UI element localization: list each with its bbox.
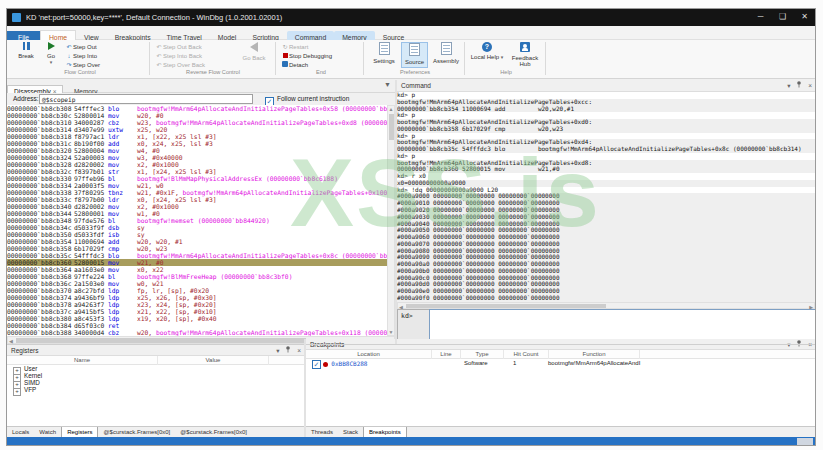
scroll-down-icon[interactable]: ▼: [388, 329, 394, 335]
pin-icon[interactable]: [285, 347, 291, 354]
disassembly-line[interactable]: 00000000`bb8cb33097ffeb96blbootmgfw!BlMm…: [7, 175, 387, 182]
registers-group-user[interactable]: +User: [7, 365, 304, 372]
disassembly-line[interactable]: 00000000`bb8cb380a8c453f3ldpx19, x20, [s…: [7, 315, 387, 322]
disassembly-line[interactable]: 00000000`bb8cb3342a0003f5movw21, w0: [7, 182, 387, 189]
instruction-opcode: 2a1503e0: [74, 280, 108, 287]
disassembly-line[interactable]: 00000000`bb8cb33cf8797b00ldrx0, [x24, x2…: [7, 196, 387, 203]
breakpoint-enabled-checkbox[interactable]: ✓: [312, 361, 321, 367]
instruction-opcode: aa1603e0: [74, 266, 108, 273]
disassembly-line[interactable]: 00000000`bb8cb37ca9415bf5ldpx21, x22, [s…: [7, 308, 387, 315]
minimize-button[interactable]: ─: [750, 9, 771, 26]
step-out-button[interactable]: ↶Step Out: [65, 43, 100, 52]
close-pane-icon[interactable]: ×: [808, 82, 812, 89]
address-input[interactable]: @$scopeip: [39, 94, 253, 104]
follow-label: Follow current instruction: [277, 93, 349, 105]
disassembly-vscrollbar[interactable]: ▲ ▼: [387, 105, 395, 336]
address-label: Address:: [13, 95, 39, 102]
dock-tab-locals[interactable]: Locals: [7, 427, 34, 437]
instruction-opcode: 2a0003f5: [74, 182, 108, 189]
disassembly-line[interactable]: 00000000`bb8cb35c54fffdc3blobootmgfw!MmA…: [7, 252, 387, 259]
scroll-up-icon[interactable]: ▲: [388, 106, 394, 112]
column-value[interactable]: Value: [158, 356, 269, 365]
pane-dropdown-icon[interactable]: ▾: [276, 347, 279, 354]
settings-button[interactable]: Settings: [369, 42, 399, 68]
disassembly-line[interactable]: 00000000`bb8cb378a94263f7ldpx23, x24, [s…: [7, 301, 387, 308]
disassembly-line[interactable]: 00000000`bb8cb3586b17029fcmpw20, w23: [7, 245, 387, 252]
horizontal-splitter[interactable]: [7, 344, 815, 345]
local-help-button[interactable]: ? Local Help ▾: [470, 42, 504, 68]
disassembly-line[interactable]: 00000000`bb8cb350d5033fdfisbsy: [7, 231, 387, 238]
instruction-operands: x1, [x24, x25 lsl #3]: [137, 168, 217, 175]
column-line[interactable]: Line: [432, 350, 461, 359]
column-function[interactable]: Function: [549, 350, 640, 359]
disassembly-line[interactable]: 00000000`bb8cb328d2820002movx2, #0x1000: [7, 161, 387, 168]
dock-tab-watch[interactable]: Watch: [34, 427, 61, 437]
dock-tab-threads[interactable]: Threads: [306, 427, 338, 437]
command-vscrollbar[interactable]: ▲ ▼: [815, 92, 816, 302]
disassembly-line[interactable]: 00000000`bb8cb33837f80295tbnzw21, #0x1F,…: [7, 189, 387, 196]
resize-grip[interactable]: [797, 438, 813, 445]
step-out-back-button: ↶Step Out Back: [155, 43, 205, 52]
disassembly-line[interactable]: 00000000`bb8cb34452800001movw1, #0: [7, 210, 387, 217]
disassembly-line[interactable]: 00000000`bb8cb35411000694addw20, w20, #1: [7, 238, 387, 245]
pane-menu-icon[interactable]: ▼: [384, 81, 391, 88]
column-type[interactable]: Type: [461, 350, 504, 359]
close-pane-icon[interactable]: ×: [297, 347, 301, 354]
disassembly-line[interactable]: 00000000`bb8cb32052800004movw4, #0: [7, 147, 387, 154]
assembly-button[interactable]: Assembly: [430, 42, 462, 68]
step-into-button[interactable]: ↓Step Into: [65, 52, 100, 61]
column-hit-count[interactable]: Hit Count: [504, 350, 549, 359]
instruction-mnemonic: ldp: [108, 308, 137, 315]
step-into-icon: ↓: [65, 52, 73, 61]
disassembly-line[interactable]: 00000000`bb8cb36897ffe224blbootmgfw!BlMm…: [7, 273, 387, 280]
dock-tab--curstack-frames-0x0-[interactable]: @$curstack.Frames[0x0]: [175, 427, 252, 437]
command-output-line: 00000000`bb8cb35c 54fffdc3 blo bootmgfw!…: [397, 146, 815, 153]
disassembly-line[interactable]: 00000000`bb8cb32452a00003movw3, #0x40000: [7, 154, 387, 161]
maximize-button[interactable]: ❏: [772, 9, 793, 26]
pin-icon[interactable]: [796, 82, 802, 89]
disassembly-line[interactable]: 00000000`bb8cb34cd5033f9fdsbsy: [7, 224, 387, 231]
expand-icon[interactable]: +: [13, 388, 21, 396]
disassembly-line[interactable]: 00000000`bb8cb318f8797ac1ldrx1, [x22, x2…: [7, 133, 387, 140]
command-hscrollbar[interactable]: ◀ ▶: [397, 302, 815, 309]
column-location[interactable]: Location: [306, 350, 432, 359]
command-input[interactable]: [429, 309, 816, 340]
disassembly-line[interactable]: 00000000`bb8cb30c52800014movw20, #0: [7, 112, 387, 119]
disassembly-line[interactable]: 00000000`bb8cb340d2820002movx2, #0x1000: [7, 203, 387, 210]
disassembly-line[interactable]: 00000000`bb8cb32cf8397b01strx1, [x24, x2…: [7, 168, 387, 175]
bottom-splitter[interactable]: [304, 339, 306, 437]
dock-tab-stack[interactable]: Stack: [338, 427, 363, 437]
instruction-opcode: 97ffeb96: [74, 175, 108, 182]
registers-group-vfp[interactable]: +VFP: [7, 386, 304, 393]
registers-group-kernel[interactable]: +Kernel: [7, 372, 304, 379]
break-button[interactable]: Break: [13, 42, 39, 68]
instruction-operands: w21, #0: [137, 259, 164, 266]
disassembly-line[interactable]: 00000000`bb8cb388340000d4cbzw20, bootmgf…: [7, 329, 387, 336]
stop-debugging-button[interactable]: Stop Debugging: [281, 52, 332, 61]
disassembly-line[interactable]: 00000000`bb8cb36c2a1503e0movw0, w21: [7, 280, 387, 287]
disassembly-line[interactable]: 00000000`bb8cb30854fffec3blobootmgfw!MmA…: [7, 105, 387, 112]
go-button[interactable]: Go▾: [41, 42, 61, 68]
disassembly-current-line[interactable]: 00000000`bb8cb36052800015movw21, #0: [7, 259, 387, 266]
column-name[interactable]: Name: [7, 356, 158, 365]
instruction-opcode: 52800014: [74, 112, 108, 119]
registers-pane-title: Registers: [11, 347, 38, 354]
pane-dropdown-icon[interactable]: ▾: [787, 82, 790, 89]
disassembly-line[interactable]: 00000000`bb8cb34897fde576blbootmgfw!mems…: [7, 217, 387, 224]
disassembly-line[interactable]: 00000000`bb8cb364aa1603e0movx0, x22: [7, 266, 387, 273]
disassembly-line[interactable]: 00000000`bb8cb31c8b190f00addx0, x24, x25…: [7, 140, 387, 147]
source-button[interactable]: Source: [401, 42, 428, 68]
dock-tab--curstack-frames-0x0-[interactable]: @$curstack.Frames[0x0]: [98, 427, 175, 437]
instruction-opcode: d2820002: [74, 203, 108, 210]
vertical-splitter[interactable]: [395, 80, 397, 344]
disassembly-line[interactable]: 00000000`bb8cb31034000287cbzw23, bootmgf…: [7, 119, 387, 126]
disassembly-line[interactable]: 00000000`bb8cb370a8c27bfdldpfp, lr, [sp]…: [7, 287, 387, 294]
disassembly-line[interactable]: 00000000`bb8cb374a9436bf9ldpx25, x26, [s…: [7, 294, 387, 301]
instruction-symbol: bootmgfw!memset (00000000`bb844920): [137, 217, 270, 224]
registers-group-simd[interactable]: +SIMD: [7, 379, 304, 386]
breakpoint-row[interactable]: ✓ 0xBB8CB288 Software 1 bootmgfw!MmArm64…: [306, 359, 815, 369]
feedback-hub-button[interactable]: Feedback Hub: [507, 42, 543, 68]
close-button[interactable]: ✕: [794, 9, 815, 26]
disassembly-line[interactable]: 00000000`bb8cb314d3407e99uxtwx25, w20: [7, 126, 387, 133]
disassembly-line[interactable]: 00000000`bb8cb384d65f03c0ret: [7, 322, 387, 329]
